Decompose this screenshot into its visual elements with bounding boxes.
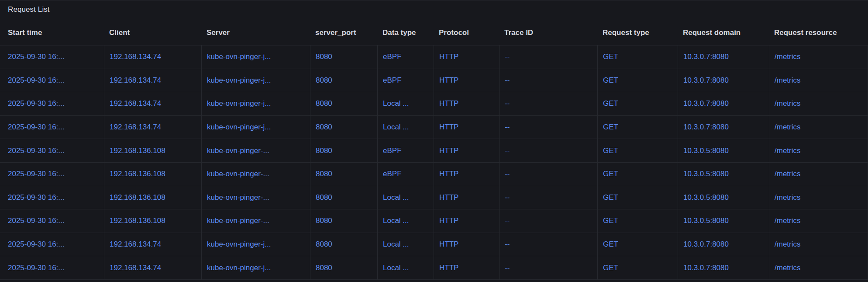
table-cell[interactable]: -- xyxy=(499,233,597,256)
table-cell[interactable]: 10.3.0.5:8080 xyxy=(678,163,769,186)
table-cell[interactable]: 8080 xyxy=(310,92,377,115)
table-cell[interactable]: 10.3.0.5:8080 xyxy=(678,139,769,162)
table-cell[interactable]: 2025-09-30 16:... xyxy=(0,233,104,256)
table-cell[interactable]: /metrics xyxy=(769,116,868,139)
table-cell[interactable]: 10.3.0.7:8080 xyxy=(678,256,769,279)
table-cell[interactable]: Local ... xyxy=(377,186,434,209)
table-cell[interactable]: 192.168.134.74 xyxy=(104,256,201,279)
table-cell[interactable]: 192.168.134.74 xyxy=(104,116,201,139)
table-cell[interactable]: 2025-09-30 16:... xyxy=(0,163,104,186)
table-cell[interactable]: /metrics xyxy=(769,209,868,233)
table-cell[interactable]: HTTP xyxy=(434,186,499,209)
table-cell[interactable]: -- xyxy=(499,92,597,115)
table-cell[interactable]: 10.3.0.5:8080 xyxy=(678,209,769,233)
table-cell[interactable]: /metrics xyxy=(769,186,868,209)
table-cell[interactable]: -- xyxy=(499,163,597,186)
table-cell[interactable]: -- xyxy=(499,116,597,139)
column-header-request-resource[interactable]: Request resource xyxy=(769,20,868,45)
table-cell[interactable]: HTTP xyxy=(434,92,499,115)
table-cell[interactable]: eBPF xyxy=(377,45,434,69)
table-cell[interactable]: 10.3.0.7:8080 xyxy=(678,45,769,69)
table-cell[interactable]: 192.168.136.108 xyxy=(104,163,201,186)
table-cell[interactable]: -- xyxy=(499,256,597,279)
table-cell[interactable]: kube-ovn-pinger-... xyxy=(201,186,310,209)
panel-title[interactable]: Request List xyxy=(8,5,50,14)
table-cell[interactable]: 192.168.134.74 xyxy=(104,45,201,69)
table-cell[interactable]: 10.3.0.7:8080 xyxy=(678,116,769,139)
table-cell[interactable]: HTTP xyxy=(434,233,499,256)
table-cell[interactable]: 10.3.0.7:8080 xyxy=(678,69,769,92)
table-cell[interactable]: 8080 xyxy=(310,69,377,92)
table-cell[interactable]: 10.3.0.5:8080 xyxy=(678,186,769,209)
table-cell[interactable]: -- xyxy=(499,45,597,69)
table-cell[interactable]: GET xyxy=(597,233,678,256)
table-cell[interactable]: eBPF xyxy=(377,69,434,92)
table-cell[interactable]: 192.168.136.108 xyxy=(104,139,201,162)
table-cell[interactable]: GET xyxy=(597,186,678,209)
table-cell[interactable]: /metrics xyxy=(769,45,868,69)
table-cell[interactable]: Local ... xyxy=(377,209,434,233)
table-cell[interactable]: 8080 xyxy=(310,163,377,186)
table-cell[interactable]: 192.168.134.74 xyxy=(104,92,201,115)
table-cell[interactable]: HTTP xyxy=(434,69,499,92)
table-cell[interactable]: GET xyxy=(597,163,678,186)
table-cell[interactable]: 8080 xyxy=(310,139,377,162)
table-cell[interactable]: /metrics xyxy=(769,69,868,92)
table-cell[interactable]: kube-ovn-pinger-j... xyxy=(201,45,310,69)
table-cell[interactable]: 192.168.136.108 xyxy=(104,186,201,209)
table-cell[interactable]: 192.168.136.108 xyxy=(104,209,201,233)
table-cell[interactable]: GET xyxy=(597,209,678,233)
table-cell[interactable]: Local ... xyxy=(377,256,434,279)
table-cell[interactable]: -- xyxy=(499,186,597,209)
table-cell[interactable]: HTTP xyxy=(434,139,499,162)
table-cell[interactable]: 2025-09-30 16:... xyxy=(0,116,104,139)
table-cell[interactable]: 192.168.134.74 xyxy=(104,233,201,256)
table-cell[interactable]: 2025-09-30 16:... xyxy=(0,256,104,279)
column-header-server-port[interactable]: server_port xyxy=(310,20,377,45)
table-cell[interactable]: 8080 xyxy=(310,45,377,69)
table-cell[interactable]: 2025-09-30 16:... xyxy=(0,92,104,115)
table-cell[interactable]: 2025-09-30 16:... xyxy=(0,139,104,162)
table-cell[interactable]: 2025-09-30 16:... xyxy=(0,209,104,233)
table-cell[interactable]: -- xyxy=(499,209,597,233)
table-cell[interactable]: /metrics xyxy=(769,139,868,162)
table-cell[interactable]: Local ... xyxy=(377,116,434,139)
table-cell[interactable]: GET xyxy=(597,45,678,69)
table-cell[interactable]: kube-ovn-pinger-j... xyxy=(201,92,310,115)
table-cell[interactable]: HTTP xyxy=(434,163,499,186)
table-cell[interactable]: /metrics xyxy=(769,256,868,279)
column-header-start-time[interactable]: Start time xyxy=(0,20,104,45)
table-cell[interactable]: -- xyxy=(499,69,597,92)
table-cell[interactable]: /metrics xyxy=(769,233,868,256)
column-header-request-type[interactable]: Request type xyxy=(597,20,678,45)
table-cell[interactable]: Local ... xyxy=(377,233,434,256)
table-cell[interactable]: kube-ovn-pinger-... xyxy=(201,139,310,162)
table-cell[interactable]: 10.3.0.7:8080 xyxy=(678,233,769,256)
table-cell[interactable]: 8080 xyxy=(310,209,377,233)
column-header-trace-id[interactable]: Trace ID xyxy=(499,20,597,45)
table-cell[interactable]: 8080 xyxy=(310,233,377,256)
column-header-server[interactable]: Server xyxy=(201,20,310,45)
table-cell[interactable]: /metrics xyxy=(769,92,868,115)
table-cell[interactable]: -- xyxy=(499,139,597,162)
table-cell[interactable]: GET xyxy=(597,116,678,139)
table-cell[interactable]: kube-ovn-pinger-... xyxy=(201,209,310,233)
table-cell[interactable]: 8080 xyxy=(310,116,377,139)
table-cell[interactable]: kube-ovn-pinger-j... xyxy=(201,233,310,256)
table-cell[interactable]: 2025-09-30 16:... xyxy=(0,186,104,209)
table-cell[interactable]: eBPF xyxy=(377,163,434,186)
column-header-request-domain[interactable]: Request domain xyxy=(678,20,769,45)
table-cell[interactable]: GET xyxy=(597,92,678,115)
column-header-data-type[interactable]: Data type xyxy=(377,20,434,45)
table-cell[interactable]: HTTP xyxy=(434,45,499,69)
table-cell[interactable]: 2025-09-30 16:... xyxy=(0,69,104,92)
table-cell[interactable]: GET xyxy=(597,139,678,162)
table-cell[interactable]: 2025-09-30 16:... xyxy=(0,45,104,69)
table-cell[interactable]: kube-ovn-pinger-... xyxy=(201,163,310,186)
table-cell[interactable]: 8080 xyxy=(310,256,377,279)
table-cell[interactable]: kube-ovn-pinger-j... xyxy=(201,256,310,279)
table-cell[interactable]: 8080 xyxy=(310,186,377,209)
column-header-protocol[interactable]: Protocol xyxy=(434,20,499,45)
table-cell[interactable]: HTTP xyxy=(434,209,499,233)
table-cell[interactable]: Local ... xyxy=(377,92,434,115)
